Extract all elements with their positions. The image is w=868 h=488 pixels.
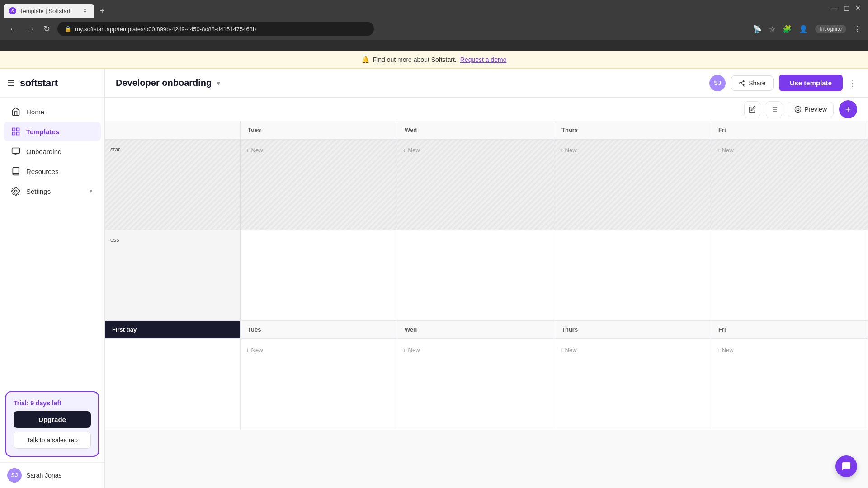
main-header: Developer onboarding ▼ SJ Share Use temp… (105, 69, 868, 98)
sidebar-item-label-home: Home (26, 108, 44, 116)
share-button[interactable]: Share (731, 75, 773, 91)
preview-button[interactable]: Preview (788, 102, 834, 117)
more-options-icon[interactable]: ⋮ (848, 78, 857, 89)
new-item-s2-thurs[interactable]: +New (560, 345, 705, 355)
sidebar-navigation: Home Templates (0, 98, 104, 386)
calendar-grid-2: First day Tues Wed Thurs Fri +New +Ne (105, 321, 868, 430)
new-item-star-thurs[interactable]: +New (560, 145, 705, 155)
resources-icon (11, 166, 21, 176)
sidebar-item-templates[interactable]: Templates (4, 122, 101, 141)
hamburger-icon[interactable]: ☰ (7, 78, 14, 88)
title-dropdown-icon[interactable]: ▼ (215, 80, 222, 87)
col-header-wed-2: Wed (397, 321, 554, 339)
lock-icon: 🔒 (65, 26, 71, 32)
new-item-star-wed[interactable]: +New (403, 145, 548, 155)
share-label: Share (749, 80, 765, 87)
col-header-fri-2: Fri (711, 321, 868, 339)
svg-rect-3 (17, 132, 19, 135)
new-item-s2-wed[interactable]: +New (403, 345, 548, 355)
cal-cell-css-tues (241, 230, 397, 320)
tab-close-button[interactable]: × (81, 7, 89, 14)
sidebar-item-label-settings: Settings (26, 188, 51, 195)
col-header-tues: Tues (241, 121, 397, 140)
new-item-s2-tues[interactable]: +New (246, 345, 392, 355)
upgrade-button[interactable]: Upgrade (14, 411, 91, 428)
bookmark-icon[interactable]: ☆ (769, 25, 775, 33)
sidebar-item-settings[interactable]: Settings ▼ (4, 182, 101, 201)
svg-rect-1 (17, 128, 19, 131)
col-header-tues-2: Tues (241, 321, 397, 339)
chevron-down-icon: ▼ (88, 188, 94, 194)
svg-line-11 (741, 84, 744, 85)
new-item-s2-fri[interactable]: +New (717, 345, 862, 355)
svg-point-8 (743, 80, 745, 82)
sidebar-header: ☰ softstart (0, 69, 104, 98)
sidebar-item-label-resources: Resources (26, 168, 59, 175)
calendar-section-1: Tues Wed Thurs Fri star +New (105, 121, 868, 321)
edit-icon-button[interactable] (744, 101, 760, 117)
user-row: SJ Sarah Jonas (0, 462, 104, 488)
window-controls: — ◻ ✕ (831, 4, 861, 12)
calendar-section-2: First day Tues Wed Thurs Fri +New +Ne (105, 321, 868, 430)
home-icon (11, 107, 21, 117)
use-template-button[interactable]: Use template (779, 75, 843, 91)
cal-cell-firstday-main (105, 339, 241, 430)
main-content: Developer onboarding ▼ SJ Share Use temp… (105, 69, 868, 488)
cal-cell-s2-tues: +New (241, 339, 397, 430)
tab-favicon: S (9, 7, 16, 14)
page-title-row: Developer onboarding ▼ (116, 78, 704, 88)
trial-text: Trial: 9 days left (14, 399, 91, 407)
browser-tab[interactable]: S Template | Softstart × (4, 4, 94, 18)
sidebar-item-onboarding[interactable]: Onboarding (4, 142, 101, 161)
banner-emoji: 🔔 (362, 56, 369, 63)
reload-button[interactable]: ↻ (42, 22, 52, 36)
new-item-star-tues[interactable]: +New (246, 145, 392, 155)
preview-label: Preview (804, 106, 827, 113)
header-right: SJ Share Use template ⋮ (709, 75, 857, 91)
svg-line-12 (741, 81, 744, 83)
cal-cell-css-wed (397, 230, 554, 320)
maximize-button[interactable]: ◻ (844, 4, 849, 12)
request-demo-link[interactable]: Request a demo (460, 56, 507, 63)
forward-button[interactable]: → (24, 23, 36, 36)
trial-box: Trial: 9 days left Upgrade Talk to a sal… (5, 391, 99, 457)
cast-icon[interactable]: 📡 (753, 25, 762, 33)
preview-icon (794, 106, 802, 113)
logo: softstart (20, 77, 58, 89)
cal-cell-s2-fri: +New (711, 339, 868, 430)
cal-cell-s2-thurs: +New (554, 339, 711, 430)
settings-icon (11, 186, 21, 196)
sidebar-item-resources[interactable]: Resources (4, 162, 101, 181)
minimize-button[interactable]: — (831, 4, 838, 12)
avatar: SJ (7, 468, 22, 483)
extensions-icon[interactable]: 🧩 (783, 25, 792, 33)
cal-cell-star-thurs: +New (554, 140, 711, 230)
filter-icon-button[interactable] (766, 101, 782, 117)
cal-cell-css-fri (711, 230, 868, 320)
cal-cell-star-tues: +New (241, 140, 397, 230)
back-button[interactable]: ← (7, 23, 19, 36)
cal-cell-s2-wed: +New (397, 339, 554, 430)
menu-icon[interactable]: ⋮ (854, 25, 861, 33)
incognito-badge: Incognito (815, 25, 846, 33)
profile-icon[interactable]: 👤 (799, 25, 808, 33)
svg-point-10 (743, 84, 745, 86)
col-header-wed: Wed (397, 121, 554, 140)
row-label-star: star (110, 142, 120, 156)
close-button[interactable]: ✕ (855, 4, 861, 12)
new-item-star-fri[interactable]: +New (717, 145, 862, 155)
notification-banner: 🔔 Find out more about Softstart. Request… (0, 51, 868, 69)
sidebar-item-home[interactable]: Home (4, 102, 101, 121)
svg-rect-2 (13, 132, 15, 135)
cal-label-css: css (105, 230, 241, 320)
templates-icon (11, 127, 21, 136)
chat-bubble[interactable] (835, 455, 857, 477)
row-label-css: css (110, 233, 119, 247)
address-bar[interactable]: 🔒 my.softstart.app/templates/b00f899b-42… (57, 22, 374, 36)
sales-rep-button[interactable]: Talk to a sales rep (14, 432, 91, 449)
new-tab-button[interactable]: + (96, 5, 108, 17)
sidebar-item-label-onboarding: Onboarding (26, 148, 61, 155)
add-button[interactable]: + (839, 100, 857, 118)
svg-point-19 (795, 106, 801, 112)
user-initials-avatar: SJ (709, 75, 726, 91)
